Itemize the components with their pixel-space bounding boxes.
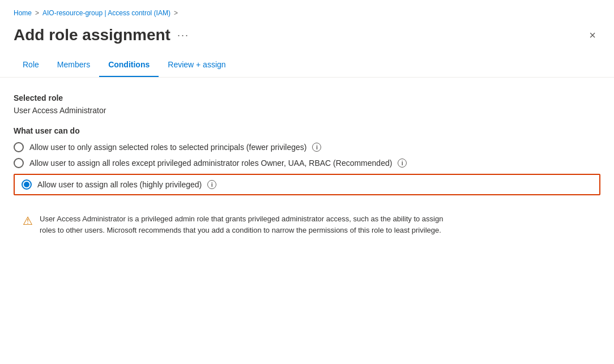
breadcrumb-sep1: > [35,9,39,17]
radio-option-2[interactable]: Allow user to assign all roles except pr… [14,158,600,168]
selected-role-label: Selected role [14,93,600,102]
more-options-button[interactable]: ··· [177,29,189,41]
radio-label-1: Allow user to only assign selected roles… [29,143,306,152]
add-role-assignment-panel: Home > AIO-resource-group | Access contr… [0,0,614,364]
page-title: Add role assignment [14,26,170,44]
close-button[interactable]: × [585,27,600,44]
radio-option-1[interactable]: Allow user to only assign selected roles… [14,142,600,152]
radio-label-3: Allow user to assign all roles (highly p… [37,180,202,189]
radio-group: Allow user to only assign selected roles… [14,142,600,195]
panel-content: Selected role User Access Administrator … [0,78,614,258]
warning-box: ⚠ User Access Administrator is a privile… [14,207,455,242]
radio-circle-3 [22,179,32,190]
breadcrumb-sep2: > [174,9,178,17]
what-user-can-do-label: What user can do [14,126,600,135]
panel-header: Add role assignment ··· × [0,22,614,53]
radio-option-3[interactable]: Allow user to assign all roles (highly p… [14,174,600,195]
breadcrumb-resource[interactable]: AIO-resource-group | Access control (IAM… [42,9,170,17]
tab-review[interactable]: Review + assign [159,53,234,77]
info-icon-1[interactable]: i [312,143,321,152]
info-icon-2[interactable]: i [398,159,407,168]
tab-bar: Role Members Conditions Review + assign [0,53,614,78]
warning-icon: ⚠ [23,214,33,228]
tab-conditions[interactable]: Conditions [99,53,159,77]
selected-role-value: User Access Administrator [14,106,600,115]
radio-circle-1 [14,142,24,152]
tab-members[interactable]: Members [48,53,99,77]
warning-text: User Access Administrator is a privilege… [40,213,446,235]
radio-label-2: Allow user to assign all roles except pr… [29,159,392,168]
tab-role[interactable]: Role [14,53,48,77]
info-icon-3[interactable]: i [207,180,216,189]
breadcrumb: Home > AIO-resource-group | Access contr… [0,0,614,22]
radio-circle-2 [14,158,24,168]
breadcrumb-home[interactable]: Home [14,9,32,17]
